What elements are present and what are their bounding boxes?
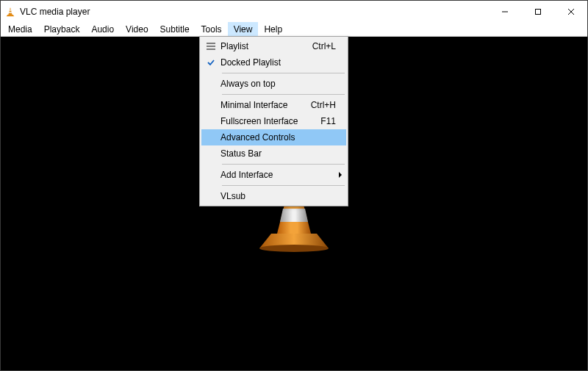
- menu-separator: [222, 73, 345, 73]
- vlc-cone-icon: [5, 7, 15, 17]
- title-bar-left: VLC media player: [5, 7, 90, 17]
- view-advanced-controls[interactable]: Advanced Controls: [201, 129, 346, 145]
- menu-separator: [222, 164, 345, 165]
- submenu-arrow-icon: [339, 172, 342, 178]
- menu-item-label: Minimal Interface: [220, 100, 311, 110]
- view-add-interface[interactable]: Add Interface: [201, 167, 346, 183]
- close-button[interactable]: [554, 1, 587, 22]
- window-controls: [488, 1, 587, 22]
- minimize-button[interactable]: [488, 1, 521, 22]
- svg-marker-10: [280, 209, 308, 222]
- menu-media[interactable]: Media: [2, 22, 38, 36]
- menu-subtitle[interactable]: Subtitle: [154, 22, 196, 36]
- view-status-bar[interactable]: Status Bar: [201, 145, 346, 162]
- view-dropdown: Playlist Ctrl+L Docked Playlist Always o…: [199, 36, 348, 206]
- menu-tools[interactable]: Tools: [196, 22, 228, 36]
- maximize-button[interactable]: [521, 1, 554, 22]
- view-fullscreen-interface[interactable]: Fullscreen Interface F11: [201, 113, 346, 129]
- menu-item-label: Fullscreen Interface: [220, 116, 320, 126]
- menu-item-label: VLsub: [220, 191, 336, 201]
- svg-point-12: [259, 245, 329, 252]
- menu-separator: [222, 94, 345, 95]
- menu-item-label: Always on top: [220, 79, 336, 89]
- menu-item-shortcut: F11: [320, 116, 336, 126]
- menu-item-label: Advanced Controls: [220, 132, 336, 143]
- menu-video[interactable]: Video: [120, 22, 154, 36]
- menu-separator: [222, 185, 345, 186]
- svg-marker-3: [7, 15, 15, 16]
- view-vlsub[interactable]: VLsub: [201, 188, 346, 204]
- svg-rect-5: [535, 9, 540, 14]
- svg-rect-2: [9, 12, 12, 12]
- menu-item-shortcut: Ctrl+H: [311, 100, 336, 110]
- menu-item-label: Playlist: [220, 41, 312, 51]
- menu-view[interactable]: View: [228, 22, 259, 36]
- svg-rect-1: [9, 10, 11, 10]
- view-minimal-interface[interactable]: Minimal Interface Ctrl+H: [201, 97, 346, 113]
- checkmark-icon: [201, 58, 220, 67]
- menu-item-label: Add Interface: [220, 170, 336, 180]
- menu-playback[interactable]: Playback: [38, 22, 86, 36]
- view-docked-playlist[interactable]: Docked Playlist: [201, 54, 346, 71]
- menu-item-label: Status Bar: [220, 148, 336, 159]
- menu-item-shortcut: Ctrl+L: [312, 41, 336, 51]
- playlist-icon: [201, 43, 220, 50]
- menu-bar: Media Playback Audio Video Subtitle Tool…: [1, 22, 587, 37]
- menu-audio[interactable]: Audio: [85, 22, 120, 36]
- svg-marker-0: [8, 7, 12, 15]
- menu-help[interactable]: Help: [258, 22, 288, 36]
- window-title: VLC media player: [20, 7, 90, 17]
- view-always-on-top[interactable]: Always on top: [201, 76, 346, 92]
- menu-item-label: Docked Playlist: [220, 57, 336, 68]
- view-playlist[interactable]: Playlist Ctrl+L: [201, 38, 346, 54]
- title-bar: VLC media player: [1, 1, 587, 22]
